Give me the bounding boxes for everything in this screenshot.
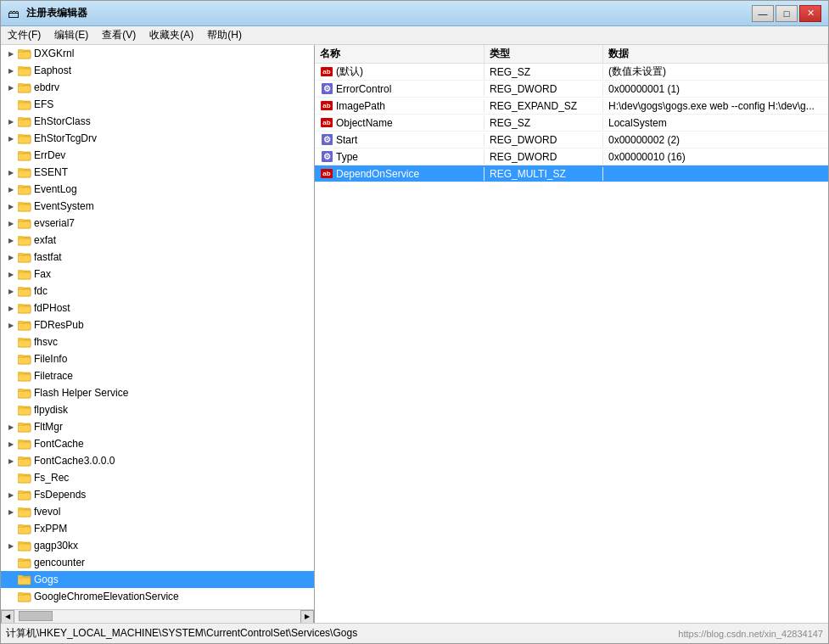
expand-icon[interactable]: ▶ (4, 64, 18, 77)
tree-item[interactable]: ▶ EventSystem (1, 198, 314, 215)
tree-item[interactable]: Gogs (1, 571, 314, 588)
tree-item[interactable]: ▶ FsDepends (1, 486, 314, 503)
expand-icon[interactable] (4, 403, 18, 417)
tree-item[interactable]: fhsvc (1, 333, 314, 350)
svg-rect-47 (18, 204, 31, 211)
expand-icon[interactable]: ▶ (4, 267, 18, 281)
tree-item[interactable]: ▶ FDResPub (1, 316, 314, 333)
detail-row[interactable]: ⚙StartREG_DWORD0x00000002 (2) (315, 132, 828, 148)
tree-item[interactable]: EFS (1, 96, 314, 113)
tree-item[interactable]: ▶ FltMgr (1, 418, 314, 435)
detail-scroll[interactable]: ab(默认)REG_SZ(数值未设置)⚙ErrorControlREG_DWOR… (315, 64, 828, 623)
menu-item[interactable]: 编辑(E) (48, 26, 95, 44)
tree-item[interactable]: ▶ EhStorTcgDrv (1, 130, 314, 147)
tree-item[interactable]: ErrDev (1, 147, 314, 164)
minimize-button[interactable]: — (752, 5, 774, 22)
menu-item[interactable]: 帮助(H) (200, 26, 249, 44)
expand-icon[interactable]: ▶ (4, 437, 18, 451)
menu-item[interactable]: 收藏夹(A) (143, 26, 200, 44)
tree-item[interactable]: ▶ FontCache3.0.0.0 (1, 452, 314, 469)
folder-icon (18, 81, 31, 93)
svg-rect-12 (18, 86, 31, 92)
tree-item[interactable]: ▶ Fax (1, 266, 314, 283)
tree-item[interactable]: Fs_Rec (1, 469, 314, 486)
expand-icon[interactable]: ▶ (4, 420, 18, 434)
tree-item[interactable]: ▶ ebdrv (1, 79, 314, 96)
tree-item[interactable]: ▶ FontCache (1, 435, 314, 452)
expand-icon[interactable] (4, 590, 18, 603)
expand-icon[interactable]: ▶ (4, 182, 18, 196)
expand-icon[interactable] (4, 352, 18, 366)
tree-item[interactable]: gencounter (1, 554, 314, 571)
detail-name-cell: ⚙Type (315, 150, 485, 164)
expand-icon[interactable] (4, 386, 18, 400)
detail-row[interactable]: abImagePathREG_EXPAND_SZH:\dev\gogs\gogs… (315, 98, 828, 115)
tree-item[interactable]: ▶ evserial7 (1, 215, 314, 232)
tree-item[interactable]: GoogleChromeElevationService (1, 588, 314, 605)
expand-icon[interactable]: ▶ (4, 488, 18, 501)
h-scroll-left[interactable]: ◀ (1, 610, 14, 624)
close-button[interactable]: ✕ (799, 5, 821, 22)
tree-item[interactable]: Flash Helper Service (1, 384, 314, 401)
maximize-button[interactable]: □ (776, 5, 798, 22)
menu-item[interactable]: 文件(F) (1, 26, 48, 44)
tree-item[interactable]: flpydisk (1, 401, 314, 418)
tree-item[interactable]: ▶ gagp30kx (1, 537, 314, 554)
expand-icon[interactable] (4, 369, 18, 383)
expand-icon[interactable]: ▶ (4, 199, 18, 213)
expand-icon[interactable]: ▶ (4, 250, 18, 264)
svg-rect-74 (18, 287, 23, 289)
tree-item[interactable]: ▶ exfat (1, 232, 314, 249)
detail-name-text: ImagePath (336, 100, 385, 112)
expand-icon[interactable]: ▶ (4, 318, 18, 332)
tree-scroll[interactable]: ▶ DXGKrnl▶ Eaphost▶ ebdrv EFS▶ EhStorCla… (1, 45, 314, 609)
detail-row[interactable]: abObjectNameREG_SZLocalSystem (315, 115, 828, 132)
h-scroll-right[interactable]: ▶ (300, 610, 314, 624)
detail-row[interactable]: abDependOnServiceREG_MULTI_SZ (315, 165, 828, 182)
expand-icon[interactable] (4, 573, 18, 586)
tree-h-scrollbar[interactable]: ◀ ▶ (1, 609, 314, 623)
folder-icon (18, 285, 31, 297)
detail-row[interactable]: ⚙ErrorControlREG_DWORD0x00000001 (1) (315, 81, 828, 98)
tree-item[interactable]: ▶ fvevol (1, 503, 314, 520)
expand-icon[interactable]: ▶ (4, 115, 18, 128)
menu-item[interactable]: 查看(V) (95, 26, 143, 44)
tree-item[interactable]: ▶ DXGKrnl (1, 45, 314, 62)
expand-icon[interactable]: ▶ (4, 539, 18, 552)
detail-data-cell: (数值未设置) (603, 64, 828, 80)
expand-icon[interactable] (4, 335, 18, 349)
tree-item[interactable]: ▶ ESENT (1, 164, 314, 181)
expand-icon[interactable] (4, 148, 18, 162)
expand-icon[interactable]: ▶ (4, 301, 18, 315)
tree-item[interactable]: ▶ Eaphost (1, 62, 314, 79)
svg-rect-109 (18, 406, 23, 408)
detail-row[interactable]: ⚙TypeREG_DWORD0x00000010 (16) (315, 148, 828, 165)
svg-rect-84 (18, 321, 23, 323)
expand-icon[interactable]: ▶ (4, 81, 18, 94)
tree-item[interactable]: FxPPM (1, 520, 314, 537)
expand-icon[interactable]: ▶ (4, 454, 18, 468)
tree-item[interactable]: FileInfo (1, 350, 314, 367)
folder-icon (18, 506, 31, 518)
expand-icon[interactable] (4, 522, 18, 535)
svg-rect-52 (18, 221, 31, 228)
expand-icon[interactable]: ▶ (4, 47, 18, 60)
tree-item[interactable]: ▶ EhStorClass (1, 113, 314, 130)
expand-icon[interactable]: ▶ (4, 165, 18, 179)
tree-item[interactable]: ▶ fdPHost (1, 300, 314, 316)
tree-item[interactable]: ▶ EventLog (1, 181, 314, 198)
expand-icon[interactable]: ▶ (4, 216, 18, 230)
tree-item[interactable]: ▶ fdc (1, 283, 314, 300)
h-scroll-thumb[interactable] (19, 611, 53, 621)
expand-icon[interactable]: ▶ (4, 132, 18, 145)
expand-icon[interactable]: ▶ (4, 233, 18, 247)
expand-icon[interactable] (4, 471, 18, 484)
tree-item[interactable]: ▶ fastfat (1, 249, 314, 266)
expand-icon[interactable]: ▶ (4, 505, 18, 518)
expand-icon[interactable] (4, 98, 18, 111)
detail-row[interactable]: ab(默认)REG_SZ(数值未设置) (315, 64, 828, 81)
h-scroll-track[interactable] (14, 610, 300, 623)
tree-item[interactable]: Filetrace (1, 367, 314, 384)
expand-icon[interactable] (4, 556, 18, 569)
expand-icon[interactable]: ▶ (4, 284, 18, 298)
